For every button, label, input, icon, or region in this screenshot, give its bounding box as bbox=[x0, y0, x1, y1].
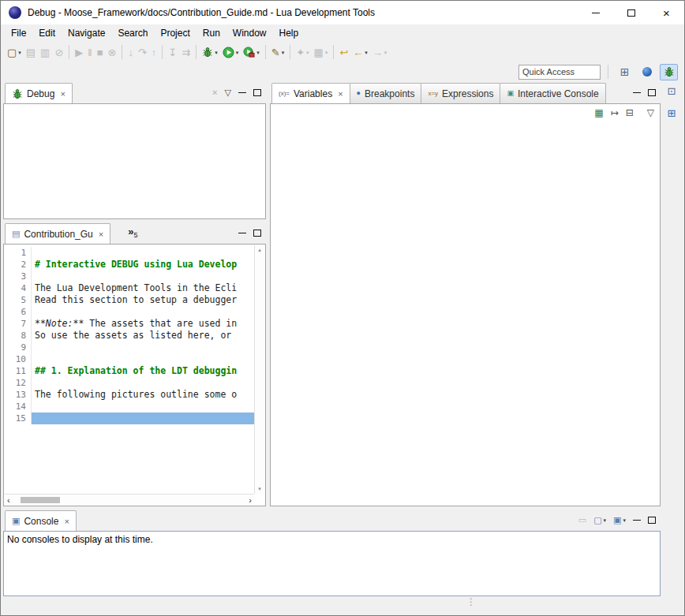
minimize-button[interactable] bbox=[633, 520, 641, 521]
status-grip-handle[interactable]: ⋮ bbox=[466, 596, 476, 607]
remove-terminated-button[interactable]: × bbox=[212, 88, 217, 97]
step-over-button[interactable]: ↷ bbox=[136, 43, 149, 61]
save-button[interactable]: ▤ bbox=[24, 43, 38, 61]
editor-line[interactable]: 15 bbox=[5, 413, 254, 424]
last-edit-location-icon: ↩ bbox=[339, 47, 348, 58]
skip-all-breakpoints-button[interactable]: ⊘ bbox=[52, 43, 66, 61]
editor-line[interactable]: 3 bbox=[5, 271, 254, 282]
tab-console[interactable]: ▣ Console × bbox=[5, 510, 77, 531]
debug-view-body[interactable] bbox=[3, 103, 266, 219]
open-perspective-button[interactable]: ⊞ bbox=[616, 64, 634, 80]
menu-item-file[interactable]: File bbox=[5, 25, 32, 41]
display-selected-console-button[interactable]: ▢▾ bbox=[593, 516, 606, 525]
editor-line[interactable]: 1 bbox=[5, 247, 254, 259]
editor-line[interactable]: 8So use the assets as listed here, or bbox=[5, 330, 254, 342]
tab-interactive-console[interactable]: ▣Interactive Console bbox=[500, 83, 605, 103]
restore-view-button[interactable]: ⊡ bbox=[663, 83, 680, 99]
resume-button[interactable]: ▶ bbox=[73, 43, 85, 61]
step-return-button[interactable]: ↑ bbox=[149, 43, 159, 61]
editor-horizontal-scrollbar[interactable]: ‹ › bbox=[5, 494, 254, 505]
minimize-button[interactable] bbox=[633, 92, 641, 93]
line-text: **Note:** The assets that are used in bbox=[31, 318, 254, 330]
debug-perspective-button[interactable] bbox=[660, 64, 678, 80]
mark-occurrences-button[interactable]: ✎▾ bbox=[269, 43, 286, 61]
editor-line[interactable]: 9 bbox=[5, 342, 254, 353]
new-button[interactable]: ▢▾ bbox=[5, 43, 24, 61]
editor-line[interactable]: 7**Note:** The assets that are used in bbox=[5, 318, 254, 330]
menu-item-search[interactable]: Search bbox=[111, 25, 154, 41]
suspend-button[interactable]: ‖ bbox=[85, 43, 94, 61]
tab-contribution-guide[interactable]: ▤ Contribution_Gu × bbox=[5, 223, 110, 244]
scrollbar-thumb[interactable] bbox=[21, 497, 60, 503]
scroll-right-icon[interactable]: › bbox=[249, 495, 252, 505]
maximize-button[interactable] bbox=[253, 230, 261, 237]
minimize-button[interactable] bbox=[238, 92, 246, 93]
tab-variables[interactable]: (x)=Variables× bbox=[271, 83, 350, 103]
menu-item-navigate[interactable]: Navigate bbox=[62, 25, 111, 41]
coverage-button[interactable]: ▦▾ bbox=[312, 43, 331, 61]
editor-line[interactable]: 4The Lua Development Tools in the Ecli bbox=[5, 282, 254, 294]
tab-breakpoints[interactable]: ●Breakpoints bbox=[350, 83, 422, 103]
editor-tab-overflow-button[interactable]: »5 bbox=[128, 223, 137, 244]
show-type-names-button[interactable]: ▦ bbox=[594, 108, 603, 118]
scroll-down-icon[interactable]: ▾ bbox=[258, 486, 261, 492]
disconnect-button[interactable]: ⊗ bbox=[106, 43, 119, 61]
editor-vertical-scrollbar[interactable]: ▴ ▾ bbox=[254, 245, 264, 494]
menu-item-edit[interactable]: Edit bbox=[32, 25, 62, 41]
show-logical-structures-button[interactable]: ↦ bbox=[611, 108, 619, 118]
open-console-button[interactable]: ▣▾ bbox=[613, 516, 626, 525]
maximize-button[interactable] bbox=[648, 89, 656, 96]
close-icon[interactable]: × bbox=[60, 89, 65, 99]
editor-line[interactable]: 10 bbox=[5, 353, 254, 365]
collapse-all-button[interactable]: ⊟ bbox=[626, 108, 634, 118]
close-icon[interactable]: × bbox=[338, 89, 342, 99]
menu-item-project[interactable]: Project bbox=[154, 25, 196, 41]
minimize-button[interactable] bbox=[238, 233, 246, 233]
titlebar: Debug - Moose_Framework/docs/Contributio… bbox=[1, 1, 684, 24]
tab-debug[interactable]: Debug × bbox=[5, 83, 73, 103]
ldt-perspective-button[interactable] bbox=[638, 64, 656, 80]
quick-access-input[interactable] bbox=[518, 65, 601, 80]
maximize-button[interactable] bbox=[648, 517, 656, 524]
view-menu-button[interactable]: ▽ bbox=[225, 88, 231, 97]
editor-line[interactable]: 14 bbox=[5, 401, 254, 413]
variables-view-body[interactable] bbox=[270, 103, 661, 506]
use-step-filters-button[interactable]: ⇉ bbox=[179, 43, 193, 61]
external-tools-button[interactable]: ▾ bbox=[241, 43, 262, 61]
last-edit-location-button[interactable]: ↩ bbox=[337, 43, 350, 61]
scroll-up-icon[interactable]: ▴ bbox=[258, 247, 261, 253]
maximize-button[interactable] bbox=[253, 89, 261, 96]
run-button[interactable]: ▾ bbox=[220, 43, 241, 61]
drop-to-frame-button[interactable]: ↧ bbox=[166, 43, 179, 61]
console-body[interactable]: No consoles to display at this time. bbox=[3, 531, 661, 596]
debug-button[interactable]: ▾ bbox=[200, 43, 220, 61]
terminate-button[interactable]: ■ bbox=[95, 43, 106, 61]
view-menu-button[interactable]: ▽ bbox=[647, 108, 654, 118]
tab-expressions[interactable]: x=yExpressions bbox=[421, 83, 500, 103]
editor-line[interactable]: 6 bbox=[5, 306, 254, 318]
minimize-window-button[interactable] bbox=[578, 1, 613, 24]
scroll-left-icon[interactable]: ‹ bbox=[7, 495, 10, 505]
editor-line[interactable]: 5Read this section to setup a debugger bbox=[5, 294, 254, 306]
close-icon[interactable]: × bbox=[99, 230, 103, 239]
menu-item-run[interactable]: Run bbox=[197, 25, 226, 41]
back-button[interactable]: ←▾ bbox=[350, 43, 370, 61]
line-number: 2 bbox=[5, 259, 31, 271]
editor-body[interactable]: 12# Interactive DEBUG using Lua Develop3… bbox=[3, 244, 266, 506]
line-text bbox=[31, 271, 254, 282]
editor-line[interactable]: 11## 1. Explanation of the LDT debuggin bbox=[5, 365, 254, 377]
outline-view-button[interactable]: ⊞ bbox=[663, 105, 680, 121]
editor-line[interactable]: 12 bbox=[5, 377, 254, 389]
maximize-window-button[interactable] bbox=[613, 1, 649, 24]
menu-item-window[interactable]: Window bbox=[226, 25, 273, 41]
save-all-button[interactable]: ▥ bbox=[38, 43, 52, 61]
forward-button[interactable]: →▾ bbox=[370, 43, 390, 61]
editor-line[interactable]: 13The following pictures outline some o bbox=[5, 389, 254, 401]
close-icon[interactable]: × bbox=[64, 517, 69, 526]
menu-item-help[interactable]: Help bbox=[273, 25, 305, 41]
new-wizard-button[interactable]: ✦▾ bbox=[294, 43, 311, 61]
close-window-button[interactable]: × bbox=[649, 1, 684, 24]
clear-console-button[interactable]: ▭ bbox=[578, 516, 586, 525]
step-into-button[interactable]: ↓ bbox=[125, 43, 136, 61]
editor-line[interactable]: 2# Interactive DEBUG using Lua Develop bbox=[5, 259, 254, 271]
